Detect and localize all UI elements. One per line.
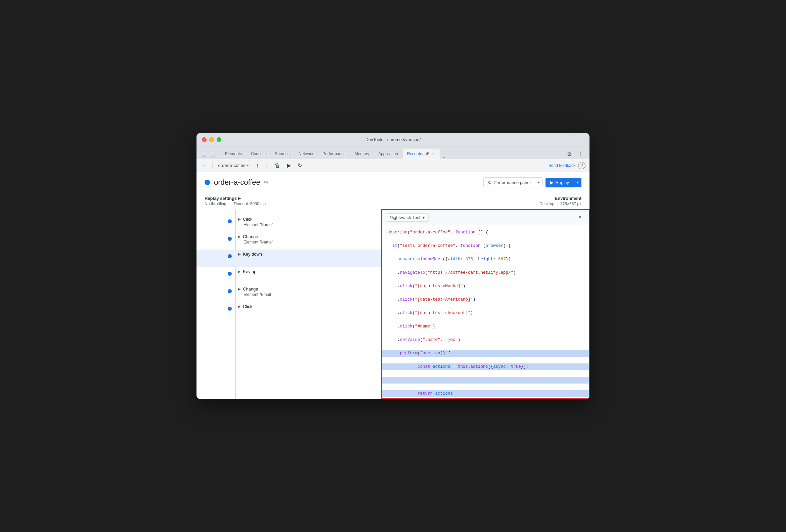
devtools-tab-bar: ⬚ ⬜ Elements Console Sources Network Per…: [196, 146, 590, 159]
step-4-dot: [228, 272, 232, 276]
code-panel-header: Nightwatch Test ▾ ×: [382, 210, 589, 225]
maximize-traffic-light[interactable]: [217, 137, 221, 142]
perf-panel-label: Performance panel: [494, 180, 531, 185]
step-5-chevron: ▶: [238, 287, 241, 291]
replay-label: Replay: [556, 180, 569, 185]
timeout-value: Timeout: 5000 ms: [233, 202, 266, 206]
code-format-label: Nightwatch Test: [390, 215, 420, 220]
title-bar: DevTools - chrome://version/: [196, 133, 590, 146]
recording-name-selector[interactable]: order-a-coffee ▾: [215, 161, 252, 170]
customize-icon[interactable]: ⋮: [576, 149, 585, 159]
env-mode: Desktop: [539, 202, 554, 206]
replay-settings-section: Replay settings ▶ No throttling | Timeou…: [205, 196, 393, 206]
step-2-dot: [228, 237, 232, 241]
toolbar-divider-1: [212, 162, 213, 169]
step-3-chevron: ▶: [238, 252, 241, 256]
tab-console[interactable]: Console: [247, 148, 270, 159]
replay-button-group: ▶ Replay ▾: [546, 178, 581, 187]
performance-panel-button[interactable]: ↻ Performance panel ▾: [483, 177, 543, 187]
step-3-label: Key down: [243, 252, 262, 257]
edit-title-icon[interactable]: ✏: [264, 179, 268, 186]
tab-memory[interactable]: Memory: [350, 148, 373, 159]
tab-sources[interactable]: Sources: [270, 148, 294, 159]
tab-application[interactable]: Application: [374, 148, 402, 159]
environment-section: Environment Desktop | 375×667 px: [393, 196, 581, 206]
devtools-window: DevTools - chrome://version/ ⬚ ⬜ Element…: [196, 133, 590, 399]
minimize-traffic-light[interactable]: [209, 137, 214, 142]
delete-button[interactable]: 🗑: [272, 161, 283, 170]
code-panel-close-button[interactable]: ×: [575, 213, 585, 222]
step-2-chevron: ▶: [238, 235, 241, 238]
step-4-chevron: ▶: [238, 270, 241, 273]
tab-performance[interactable]: Performance: [318, 148, 350, 159]
step-1-chevron: ▶: [238, 217, 241, 221]
recorder-close-icon[interactable]: ×: [431, 152, 436, 156]
recording-name-label: order-a-coffee: [218, 163, 246, 168]
env-size: 375×667 px: [560, 202, 581, 206]
more-tabs-icon[interactable]: »: [440, 154, 448, 159]
slow-replay-button[interactable]: ↻: [295, 161, 305, 170]
new-recording-button[interactable]: +: [201, 161, 210, 170]
step-6-chevron: ▶: [238, 305, 241, 308]
step-5-dot: [228, 289, 232, 293]
replay-dropdown-button[interactable]: ▾: [574, 178, 581, 187]
settings-values: No throttling | Timeout: 5000 ms: [205, 202, 393, 206]
step-5-label: Change: [243, 286, 258, 292]
step-1-dot: [228, 219, 232, 223]
settings-separator: |: [229, 202, 230, 206]
export-button[interactable]: ↑: [253, 161, 261, 170]
recorder-toolbar: + order-a-coffee ▾ ↑ ↓ 🗑 ▶ ↻ Send feedba…: [196, 159, 590, 172]
replay-settings-label[interactable]: Replay settings ▶: [205, 196, 393, 201]
settings-chevron-icon: ▶: [238, 196, 241, 200]
recorder-pin-icon: 📌: [425, 152, 429, 156]
tab-elements[interactable]: Elements: [221, 148, 246, 159]
import-button[interactable]: ↓: [263, 161, 271, 170]
device-icon[interactable]: ⬜: [209, 149, 218, 159]
step-6-dot: [228, 307, 232, 311]
traffic-lights: [202, 137, 221, 142]
inspect-icon[interactable]: ⬚: [199, 149, 209, 159]
env-sep: |: [557, 202, 558, 206]
steps-area: ▶ Click Element "Name" ⋮ ▶: [196, 209, 590, 399]
devtools-settings: ⚙ ⋮: [563, 149, 587, 159]
step-2-label: Change: [243, 234, 258, 239]
step-6-label: Click: [243, 304, 252, 309]
replay-main-button[interactable]: ▶ Replay: [546, 178, 574, 187]
code-format-dropdown-icon: ▾: [422, 215, 425, 220]
code-panel: Nightwatch Test ▾ × describe("order-a-co…: [381, 209, 590, 399]
perf-panel-refresh-icon: ↻: [488, 180, 492, 185]
code-body[interactable]: describe("order-a-coffee", function () {…: [382, 225, 589, 398]
environment-value: Desktop | 375×667 px: [393, 202, 581, 206]
perf-panel-main-button[interactable]: ↻ Performance panel: [484, 178, 535, 187]
settings-strip: Replay settings ▶ No throttling | Timeou…: [196, 193, 590, 209]
step-3-dot: [228, 254, 232, 258]
play-button[interactable]: ▶: [284, 161, 294, 170]
settings-icon[interactable]: ⚙: [565, 149, 574, 159]
recording-header: order-a-coffee ✏ ↻ Performance panel ▾ ▶…: [196, 172, 590, 193]
recording-title: order-a-coffee: [214, 178, 260, 187]
recorder-content: order-a-coffee ✏ ↻ Performance panel ▾ ▶…: [196, 172, 590, 399]
help-button[interactable]: ?: [578, 162, 585, 169]
send-feedback-link[interactable]: Send feedback: [547, 163, 577, 168]
tab-network[interactable]: Network: [294, 148, 318, 159]
step-4-label: Key up: [243, 269, 256, 274]
tab-recorder[interactable]: Recorder 📌 ×: [403, 148, 440, 159]
recording-status-dot: [205, 180, 210, 185]
perf-panel-dropdown-icon[interactable]: ▾: [535, 178, 542, 187]
no-throttling-value: No throttling: [205, 202, 226, 206]
recording-dropdown-icon: ▾: [247, 163, 249, 168]
window-title: DevTools - chrome://version/: [366, 137, 421, 142]
step-1-label: Click: [243, 217, 252, 222]
code-format-selector[interactable]: Nightwatch Test ▾: [386, 213, 429, 222]
close-traffic-light[interactable]: [202, 137, 207, 142]
environment-label: Environment: [393, 196, 581, 201]
replay-play-icon: ▶: [550, 180, 554, 185]
